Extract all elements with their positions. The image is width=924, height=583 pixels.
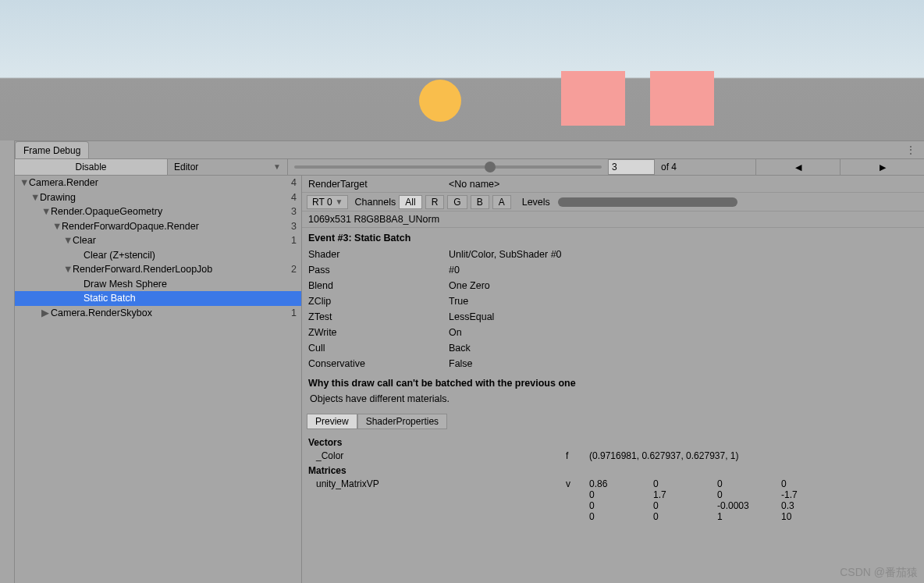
matrix-cell: 0 (653, 511, 717, 522)
channel-r-button[interactable]: R (425, 195, 445, 209)
tree-item-label: Drawing (40, 192, 76, 203)
property-row: ZTestLessEqual (302, 309, 924, 325)
event-tree[interactable]: ▼Camera.Render4▼Drawing4▼Render.OpaqueGe… (15, 176, 302, 583)
tree-item[interactable]: ▼RenderForward.RenderLoopJob2 (15, 262, 301, 277)
property-value: One Zero (449, 280, 490, 291)
matrix-name: unity_MatrixVP (316, 478, 566, 522)
property-key: Cull (308, 343, 449, 354)
batch-reason: Objects have different materials. (302, 392, 924, 411)
matrix-cell: -1.7 (781, 489, 845, 500)
slider-thumb[interactable] (485, 162, 496, 172)
prev-event-button[interactable]: ◀ (755, 159, 840, 175)
property-value: Unlit/Color, SubShader #0 (449, 249, 562, 260)
scene-cube-1 (561, 71, 625, 126)
target-dropdown-label: Editor (174, 159, 198, 175)
event-step-input[interactable] (608, 159, 655, 175)
watermark: CSDN @番茄猿 (840, 566, 918, 580)
tree-item[interactable]: ▼Drawing4 (15, 190, 301, 205)
matrix-cell: 0 (653, 478, 717, 489)
property-value: On (449, 327, 462, 338)
property-row: ConservativeFalse (302, 356, 924, 371)
dropdown-arrow-icon: ▼ (336, 197, 343, 206)
channels-label: Channels (354, 197, 396, 208)
next-event-button[interactable]: ▶ (840, 159, 924, 175)
matrix-cell: 10 (781, 511, 845, 522)
property-key: Blend (308, 280, 449, 291)
tab-shader-properties[interactable]: ShaderProperties (357, 414, 447, 429)
matrix-grid: 0.8600001.70-1.700-0.00030.300110 (589, 478, 851, 522)
tree-arrow-icon: ▼ (52, 221, 60, 232)
tab-frame-debug[interactable]: Frame Debug (15, 141, 89, 158)
tree-item-label: Static Batch (84, 293, 136, 304)
property-row: BlendOne Zero (302, 278, 924, 293)
frame-debug-panel: Frame Debug ⋮ Disable Editor ▼ of 4 ◀ ▶ … (14, 140, 924, 583)
matrix-cell: 0 (589, 500, 653, 511)
property-row: ZClipTrue (302, 293, 924, 309)
tree-item[interactable]: Clear (Z+stencil) (15, 248, 301, 263)
tree-item-label: Render.OpaqueGeometry (51, 206, 162, 217)
tree-item-count: 1 (291, 307, 297, 318)
scene-view (0, 0, 924, 140)
tree-item-label: Clear (Z+stencil) (84, 250, 155, 261)
tree-arrow-icon: ▼ (20, 177, 27, 188)
matrix-type: v (566, 478, 589, 522)
tab-menu-icon[interactable]: ⋮ (905, 144, 924, 156)
toolbar: Disable Editor ▼ of 4 ◀ ▶ (15, 158, 924, 176)
tree-item-count: 3 (291, 206, 297, 217)
tree-item[interactable]: ▼Render.OpaqueGeometry3 (15, 204, 301, 219)
event-total-label: of 4 (655, 159, 683, 175)
tree-arrow-icon: ▼ (41, 206, 49, 217)
property-key: ZTest (308, 311, 449, 322)
matrix-cell: 0 (589, 489, 653, 500)
vector-type: f (566, 450, 589, 461)
property-key: Conservative (308, 358, 449, 369)
matrix-cell: 1.7 (653, 489, 717, 500)
tree-item[interactable]: ▼RenderForwardOpaque.Render3 (15, 219, 301, 234)
tree-item[interactable]: ▼Camera.Render4 (15, 176, 301, 190)
tree-item[interactable]: Draw Mesh Sphere (15, 277, 301, 292)
rt-controls-row: RT 0 ▼ Channels All R G B A Levels (302, 193, 924, 212)
rt-index-dropdown[interactable]: RT 0 ▼ (307, 195, 348, 209)
disable-button[interactable]: Disable (15, 159, 168, 175)
rt-dimensions: 1069x531 R8G8B8A8_UNorm (302, 212, 924, 228)
property-key: Pass (308, 265, 449, 276)
tree-item[interactable]: ▶Camera.RenderSkybox1 (15, 306, 301, 321)
vectors-heading: Vectors (302, 434, 924, 450)
matrix-cell: 0.86 (589, 478, 653, 489)
channel-g-button[interactable]: G (447, 195, 467, 209)
tree-item[interactable]: ▼Clear1 (15, 233, 301, 248)
channel-all-button[interactable]: All (399, 195, 421, 209)
tree-arrow-icon: ▼ (63, 264, 71, 275)
channel-b-button[interactable]: B (471, 195, 489, 209)
target-dropdown[interactable]: Editor ▼ (168, 159, 288, 175)
channel-a-button[interactable]: A (492, 195, 511, 209)
vector-row: _Color f (0.9716981, 0.627937, 0.627937,… (302, 450, 924, 462)
matrix-cell: 0 (717, 489, 781, 500)
matrices-heading: Matrices (302, 462, 924, 478)
scene-cube-2 (650, 71, 714, 126)
render-target-label: RenderTarget (308, 179, 449, 190)
tree-arrow-icon: ▶ (41, 307, 49, 318)
event-slider[interactable] (288, 159, 608, 175)
tab-preview[interactable]: Preview (307, 414, 357, 429)
tree-item-count: 2 (291, 264, 297, 275)
event-title: Event #3: Static Batch (302, 228, 924, 247)
event-details: RenderTarget <No name> RT 0 ▼ Channels A… (302, 176, 924, 583)
tree-item-label: Draw Mesh Sphere (84, 279, 167, 290)
vector-name: _Color (316, 450, 566, 461)
vector-value: (0.9716981, 0.627937, 0.627937, 1) (589, 450, 739, 461)
levels-slider[interactable] (558, 197, 737, 207)
render-target-value: <No name> (449, 179, 499, 190)
dropdown-arrow-icon: ▼ (273, 159, 281, 175)
property-key: Shader (308, 249, 449, 260)
matrix-cell: -0.0003 (717, 500, 781, 511)
render-target-row: RenderTarget <No name> (302, 176, 924, 193)
tree-item[interactable]: Static Batch (15, 291, 301, 306)
property-key: ZWrite (308, 327, 449, 338)
matrix-cell: 0.3 (781, 500, 845, 511)
scene-sphere (419, 80, 461, 122)
property-row: ZWriteOn (302, 325, 924, 340)
property-value: True (449, 296, 468, 307)
matrix-cell: 0 (717, 478, 781, 489)
tree-item-label: Camera.RenderSkybox (51, 307, 152, 318)
